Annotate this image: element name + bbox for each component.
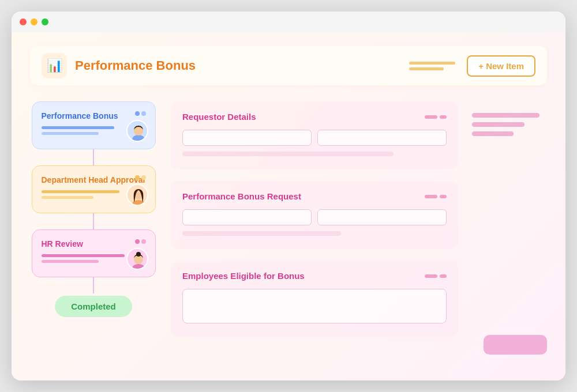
dot-long-3 <box>425 274 437 278</box>
header-decoration <box>409 62 455 70</box>
bonus-request-header: Performance Bonus Request <box>182 191 447 201</box>
card-title-1: Performance Bonus <box>42 111 146 120</box>
header-icon: 📊 <box>42 53 67 78</box>
bonus-request-title: Performance Bonus Request <box>182 191 419 201</box>
bonus-dots <box>425 195 447 198</box>
requestor-details-section: Requestor Details <box>171 101 458 169</box>
eligible-employees-section: Employees Eligible for Bonus <box>171 261 458 337</box>
header-line-1 <box>409 62 455 65</box>
sidebar-column <box>472 101 547 337</box>
requestor-input-1[interactable] <box>182 130 312 146</box>
dot-short-2 <box>440 195 447 198</box>
avatar-2 <box>126 184 148 206</box>
minimize-dot[interactable] <box>31 18 38 25</box>
card-line-2a <box>42 190 120 193</box>
requestor-line-1 <box>182 152 394 156</box>
maximize-dot[interactable] <box>42 18 48 25</box>
card-line-2b <box>42 196 94 199</box>
card-line-1b <box>42 132 99 135</box>
sidebar-line-3 <box>472 131 514 136</box>
card-line-3a <box>42 254 125 257</box>
card-dots-2 <box>135 175 146 180</box>
form-column: Requestor Details Perfo <box>171 101 458 337</box>
dot-long-1 <box>425 115 437 119</box>
eligible-dots <box>425 274 447 278</box>
dot-long-2 <box>425 195 437 198</box>
bonus-request-section: Performance Bonus Request <box>171 181 458 249</box>
new-item-button[interactable]: + New Item <box>467 55 535 77</box>
connector-1 <box>93 149 94 165</box>
dot-2a <box>135 175 140 180</box>
eligible-title: Employees Eligible for Bonus <box>182 271 419 281</box>
requestor-title: Requestor Details <box>182 112 419 122</box>
svg-point-9 <box>136 252 141 257</box>
header-bar: 📊 Performance Bonus + New Item <box>30 46 547 85</box>
workflow-column: Performance Bonus <box>30 101 157 337</box>
completed-badge: Completed <box>55 296 132 317</box>
app-body: 📊 Performance Bonus + New Item Performan… <box>12 32 565 380</box>
avatar-3 <box>126 248 148 270</box>
eligible-header: Employees Eligible for Bonus <box>182 271 447 281</box>
titlebar <box>12 12 565 32</box>
dept-head-card[interactable]: Department Head Approval <box>32 165 156 213</box>
dot-short-1 <box>440 115 447 119</box>
requestor-dots <box>425 115 447 119</box>
card-title-3: HR Review <box>42 239 146 248</box>
dot-short-3 <box>440 274 447 278</box>
sidebar-action-button[interactable] <box>484 335 547 355</box>
sidebar-line-1 <box>472 113 539 118</box>
dot-1a <box>135 111 140 116</box>
header-line-2 <box>409 67 444 70</box>
card-dots-3 <box>135 239 146 244</box>
requestor-inputs <box>182 130 447 146</box>
card-line-1a <box>42 126 115 129</box>
app-window: 📊 Performance Bonus + New Item Performan… <box>12 12 565 380</box>
bonus-input-2[interactable] <box>317 209 447 225</box>
requestor-header: Requestor Details <box>182 112 447 122</box>
connector-3 <box>93 277 94 293</box>
connector-2 <box>93 213 94 229</box>
close-dot[interactable] <box>20 18 27 25</box>
sidebar-line-2 <box>472 122 524 127</box>
bonus-inputs <box>182 209 447 225</box>
eligible-textarea[interactable] <box>182 289 447 323</box>
hr-review-card[interactable]: HR Review <box>32 229 156 277</box>
card-title-2: Department Head Approval <box>42 175 146 184</box>
performance-bonus-card[interactable]: Performance Bonus <box>32 101 156 149</box>
bonus-input-1[interactable] <box>182 209 312 225</box>
dot-2b <box>141 175 146 180</box>
bonus-line-1 <box>182 231 341 236</box>
card-dots-1 <box>135 111 146 116</box>
requestor-input-2[interactable] <box>317 130 447 146</box>
main-content: Performance Bonus <box>30 101 547 337</box>
avatar-1 <box>126 120 148 142</box>
dot-3b <box>141 239 146 244</box>
card-line-3b <box>42 260 99 263</box>
dot-3a <box>135 239 140 244</box>
page-title: Performance Bonus <box>75 58 409 73</box>
dot-1b <box>141 111 146 116</box>
